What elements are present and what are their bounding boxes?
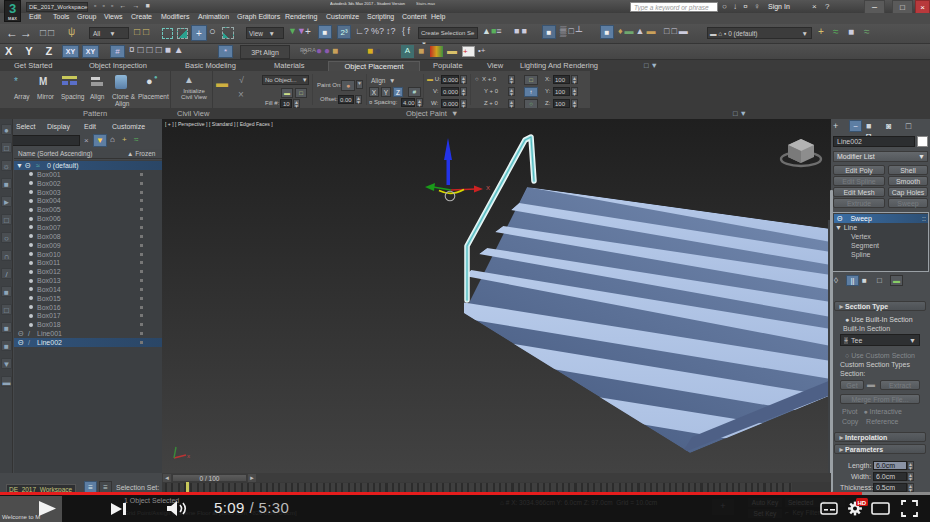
svg-text:X: X bbox=[486, 185, 490, 191]
svg-text:HD: HD bbox=[858, 500, 867, 506]
svg-text:x: x bbox=[187, 453, 190, 459]
svg-text:5:09 / 5:30: 5:09 / 5:30 bbox=[214, 499, 289, 516]
